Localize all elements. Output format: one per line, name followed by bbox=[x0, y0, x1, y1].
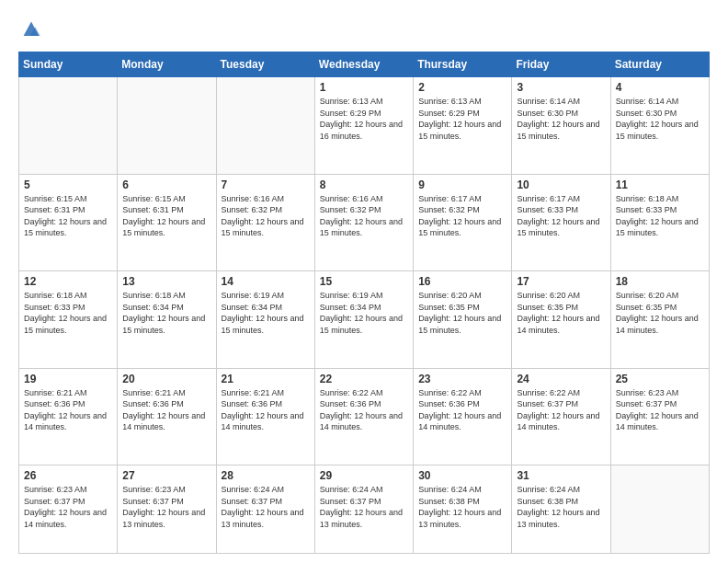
calendar-cell: 24Sunrise: 6:22 AM Sunset: 6:37 PM Dayli… bbox=[512, 368, 610, 465]
calendar-cell: 16Sunrise: 6:20 AM Sunset: 6:35 PM Dayli… bbox=[414, 271, 512, 369]
calendar-cell: 8Sunrise: 6:16 AM Sunset: 6:32 PM Daylig… bbox=[314, 174, 413, 271]
calendar-cell bbox=[610, 465, 709, 554]
day-info: Sunrise: 6:13 AM Sunset: 6:29 PM Dayligh… bbox=[418, 96, 506, 142]
page: SundayMondayTuesdayWednesdayThursdayFrid… bbox=[0, 0, 728, 563]
weekday-header: Tuesday bbox=[216, 52, 314, 77]
day-number: 29 bbox=[320, 469, 408, 482]
calendar-cell: 31Sunrise: 6:24 AM Sunset: 6:38 PM Dayli… bbox=[512, 465, 610, 554]
day-info: Sunrise: 6:17 AM Sunset: 6:33 PM Dayligh… bbox=[517, 193, 605, 239]
day-info: Sunrise: 6:22 AM Sunset: 6:37 PM Dayligh… bbox=[517, 387, 605, 433]
calendar-cell: 7Sunrise: 6:16 AM Sunset: 6:32 PM Daylig… bbox=[216, 174, 314, 271]
calendar-cell: 11Sunrise: 6:18 AM Sunset: 6:33 PM Dayli… bbox=[610, 174, 709, 271]
calendar-cell: 30Sunrise: 6:24 AM Sunset: 6:38 PM Dayli… bbox=[414, 465, 512, 554]
day-info: Sunrise: 6:24 AM Sunset: 6:38 PM Dayligh… bbox=[517, 484, 605, 530]
weekday-header: Saturday bbox=[610, 52, 709, 77]
calendar-cell: 10Sunrise: 6:17 AM Sunset: 6:33 PM Dayli… bbox=[512, 174, 610, 271]
day-info: Sunrise: 6:21 AM Sunset: 6:36 PM Dayligh… bbox=[24, 387, 112, 433]
calendar-cell: 20Sunrise: 6:21 AM Sunset: 6:36 PM Dayli… bbox=[118, 368, 216, 465]
calendar-cell: 26Sunrise: 6:23 AM Sunset: 6:37 PM Dayli… bbox=[19, 465, 118, 554]
day-info: Sunrise: 6:13 AM Sunset: 6:29 PM Dayligh… bbox=[320, 96, 408, 142]
calendar-cell: 18Sunrise: 6:20 AM Sunset: 6:35 PM Dayli… bbox=[610, 271, 709, 369]
day-number: 20 bbox=[122, 373, 210, 385]
day-info: Sunrise: 6:19 AM Sunset: 6:34 PM Dayligh… bbox=[320, 290, 408, 336]
calendar-cell: 1Sunrise: 6:13 AM Sunset: 6:29 PM Daylig… bbox=[314, 77, 413, 175]
calendar-cell: 23Sunrise: 6:22 AM Sunset: 6:36 PM Dayli… bbox=[414, 368, 512, 465]
day-number: 10 bbox=[517, 178, 605, 191]
day-info: Sunrise: 6:18 AM Sunset: 6:34 PM Dayligh… bbox=[122, 290, 210, 336]
calendar-cell bbox=[216, 77, 314, 175]
day-info: Sunrise: 6:23 AM Sunset: 6:37 PM Dayligh… bbox=[122, 484, 210, 530]
calendar-week-row: 12Sunrise: 6:18 AM Sunset: 6:33 PM Dayli… bbox=[19, 271, 710, 369]
calendar-cell bbox=[19, 77, 118, 175]
logo bbox=[18, 17, 48, 42]
day-info: Sunrise: 6:17 AM Sunset: 6:32 PM Dayligh… bbox=[418, 193, 506, 239]
day-info: Sunrise: 6:15 AM Sunset: 6:31 PM Dayligh… bbox=[24, 193, 112, 239]
weekday-header: Monday bbox=[118, 52, 216, 77]
day-number: 15 bbox=[320, 275, 408, 288]
day-number: 1 bbox=[320, 81, 408, 94]
day-info: Sunrise: 6:20 AM Sunset: 6:35 PM Dayligh… bbox=[517, 290, 605, 336]
calendar-cell: 12Sunrise: 6:18 AM Sunset: 6:33 PM Dayli… bbox=[19, 271, 118, 369]
logo-icon bbox=[18, 17, 44, 42]
day-number: 13 bbox=[122, 275, 210, 288]
calendar-week-row: 26Sunrise: 6:23 AM Sunset: 6:37 PM Dayli… bbox=[19, 465, 710, 554]
day-number: 8 bbox=[320, 178, 408, 191]
calendar-cell: 14Sunrise: 6:19 AM Sunset: 6:34 PM Dayli… bbox=[216, 271, 314, 369]
day-number: 24 bbox=[517, 373, 605, 385]
day-info: Sunrise: 6:22 AM Sunset: 6:36 PM Dayligh… bbox=[418, 387, 506, 433]
day-number: 3 bbox=[517, 81, 605, 94]
day-number: 22 bbox=[320, 373, 408, 385]
day-info: Sunrise: 6:16 AM Sunset: 6:32 PM Dayligh… bbox=[320, 193, 408, 239]
calendar-cell: 9Sunrise: 6:17 AM Sunset: 6:32 PM Daylig… bbox=[414, 174, 512, 271]
day-number: 11 bbox=[616, 178, 704, 191]
calendar-cell: 4Sunrise: 6:14 AM Sunset: 6:30 PM Daylig… bbox=[610, 77, 709, 175]
calendar-cell: 2Sunrise: 6:13 AM Sunset: 6:29 PM Daylig… bbox=[414, 77, 512, 175]
calendar-cell: 29Sunrise: 6:24 AM Sunset: 6:37 PM Dayli… bbox=[314, 465, 413, 554]
day-number: 18 bbox=[616, 275, 704, 288]
calendar-table: SundayMondayTuesdayWednesdayThursdayFrid… bbox=[18, 52, 710, 554]
day-info: Sunrise: 6:14 AM Sunset: 6:30 PM Dayligh… bbox=[517, 96, 605, 142]
calendar-cell: 25Sunrise: 6:23 AM Sunset: 6:37 PM Dayli… bbox=[610, 368, 709, 465]
weekday-header-row: SundayMondayTuesdayWednesdayThursdayFrid… bbox=[19, 52, 710, 77]
day-info: Sunrise: 6:23 AM Sunset: 6:37 PM Dayligh… bbox=[616, 387, 704, 433]
calendar-cell: 6Sunrise: 6:15 AM Sunset: 6:31 PM Daylig… bbox=[118, 174, 216, 271]
day-number: 16 bbox=[418, 275, 506, 288]
day-info: Sunrise: 6:21 AM Sunset: 6:36 PM Dayligh… bbox=[122, 387, 210, 433]
weekday-header: Thursday bbox=[414, 52, 512, 77]
day-number: 7 bbox=[222, 178, 310, 191]
day-info: Sunrise: 6:20 AM Sunset: 6:35 PM Dayligh… bbox=[418, 290, 506, 336]
calendar-cell: 5Sunrise: 6:15 AM Sunset: 6:31 PM Daylig… bbox=[19, 174, 118, 271]
day-info: Sunrise: 6:24 AM Sunset: 6:38 PM Dayligh… bbox=[418, 484, 506, 530]
day-info: Sunrise: 6:15 AM Sunset: 6:31 PM Dayligh… bbox=[122, 193, 210, 239]
day-number: 5 bbox=[24, 178, 112, 191]
calendar-cell bbox=[118, 77, 216, 175]
day-info: Sunrise: 6:19 AM Sunset: 6:34 PM Dayligh… bbox=[222, 290, 310, 336]
day-info: Sunrise: 6:21 AM Sunset: 6:36 PM Dayligh… bbox=[222, 387, 310, 433]
day-number: 23 bbox=[418, 373, 506, 385]
day-number: 19 bbox=[24, 373, 112, 385]
day-number: 4 bbox=[616, 81, 704, 94]
calendar-week-row: 1Sunrise: 6:13 AM Sunset: 6:29 PM Daylig… bbox=[19, 77, 710, 175]
day-info: Sunrise: 6:23 AM Sunset: 6:37 PM Dayligh… bbox=[24, 484, 112, 530]
day-info: Sunrise: 6:24 AM Sunset: 6:37 PM Dayligh… bbox=[222, 484, 310, 530]
day-number: 27 bbox=[122, 469, 210, 482]
calendar-cell: 21Sunrise: 6:21 AM Sunset: 6:36 PM Dayli… bbox=[216, 368, 314, 465]
day-number: 9 bbox=[418, 178, 506, 191]
day-number: 25 bbox=[616, 373, 704, 385]
day-number: 17 bbox=[517, 275, 605, 288]
header bbox=[18, 17, 710, 42]
day-info: Sunrise: 6:18 AM Sunset: 6:33 PM Dayligh… bbox=[24, 290, 112, 336]
day-info: Sunrise: 6:20 AM Sunset: 6:35 PM Dayligh… bbox=[616, 290, 704, 336]
calendar-week-row: 19Sunrise: 6:21 AM Sunset: 6:36 PM Dayli… bbox=[19, 368, 710, 465]
calendar-cell: 27Sunrise: 6:23 AM Sunset: 6:37 PM Dayli… bbox=[118, 465, 216, 554]
day-number: 21 bbox=[222, 373, 310, 385]
day-number: 31 bbox=[517, 469, 605, 482]
calendar-cell: 28Sunrise: 6:24 AM Sunset: 6:37 PM Dayli… bbox=[216, 465, 314, 554]
day-number: 30 bbox=[418, 469, 506, 482]
day-info: Sunrise: 6:18 AM Sunset: 6:33 PM Dayligh… bbox=[616, 193, 704, 239]
day-info: Sunrise: 6:16 AM Sunset: 6:32 PM Dayligh… bbox=[222, 193, 310, 239]
calendar-cell: 22Sunrise: 6:22 AM Sunset: 6:36 PM Dayli… bbox=[314, 368, 413, 465]
calendar-week-row: 5Sunrise: 6:15 AM Sunset: 6:31 PM Daylig… bbox=[19, 174, 710, 271]
weekday-header: Sunday bbox=[19, 52, 118, 77]
day-number: 28 bbox=[222, 469, 310, 482]
